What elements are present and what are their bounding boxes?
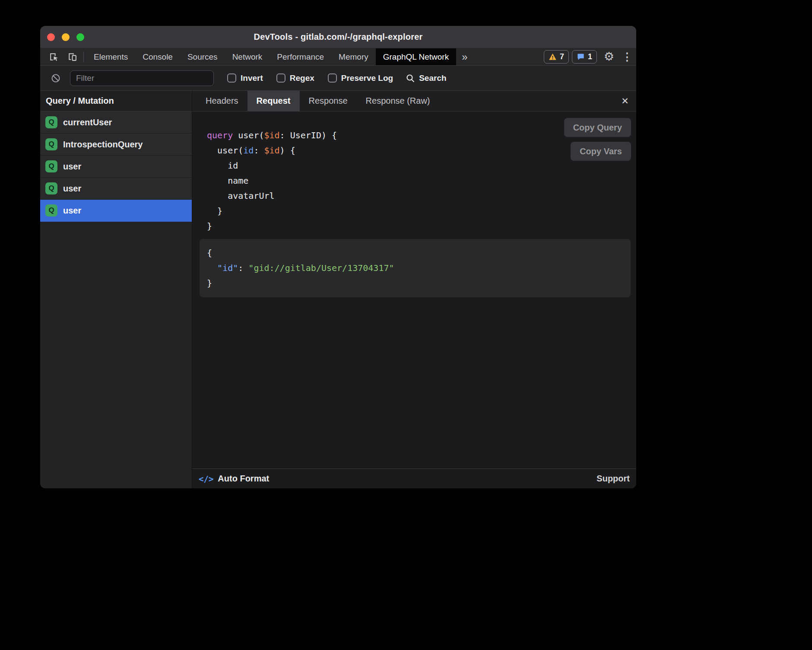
inspect-element-icon[interactable] xyxy=(44,48,63,65)
window-title: DevTools - gitlab.com/-/graphql-explorer xyxy=(254,32,422,42)
titlebar: DevTools - gitlab.com/-/graphql-explorer xyxy=(40,26,636,48)
toolbar-divider xyxy=(83,51,84,62)
query-list-item-label: user xyxy=(63,206,81,216)
tab-console[interactable]: Console xyxy=(135,48,180,65)
query-list-item-user-3-selected[interactable]: Q user xyxy=(40,200,192,222)
desktop-background: DevTools - gitlab.com/-/graphql-explorer… xyxy=(0,0,812,650)
detail-tabbar-spacer xyxy=(439,91,614,111)
invert-checkbox-box[interactable] xyxy=(227,73,236,83)
tab-sources[interactable]: Sources xyxy=(180,48,225,65)
query-list-header: Query / Mutation xyxy=(40,91,192,112)
query-type-badge: Q xyxy=(45,160,57,172)
query-type-badge: Q xyxy=(45,182,57,194)
query-list-item-label: currentUser xyxy=(63,118,112,127)
tab-network[interactable]: Network xyxy=(225,48,270,65)
tab-response-raw[interactable]: Response (Raw) xyxy=(357,91,439,111)
code-icon: </> xyxy=(199,474,213,484)
query-list-item-label: IntrospectionQuery xyxy=(63,140,143,150)
copy-query-button[interactable]: Copy Query xyxy=(564,118,631,137)
warnings-count: 7 xyxy=(560,52,564,61)
more-tabs-icon[interactable]: » xyxy=(456,48,473,65)
message-bubble-icon xyxy=(577,53,585,61)
close-window-button[interactable] xyxy=(47,33,55,41)
invert-checkbox[interactable]: Invert xyxy=(227,73,263,83)
devtools-tabbar: Elements Console Sources Network Perform… xyxy=(40,48,636,66)
detail-tabbar: Headers Request Response Response (Raw) … xyxy=(192,91,636,112)
search-label: Search xyxy=(419,73,446,83)
auto-format-button[interactable]: </> Auto Format xyxy=(199,474,269,484)
settings-gear-icon[interactable]: ⚙ xyxy=(600,48,618,65)
tabbar-spacer xyxy=(473,48,544,65)
clear-icon[interactable] xyxy=(47,73,65,83)
query-type-badge: Q xyxy=(45,204,57,217)
graphql-variables-box: { "id": "gid://gitlab/User/13704317"} xyxy=(200,239,631,297)
kebab-menu-icon[interactable]: ⋮ xyxy=(618,48,636,65)
tab-performance[interactable]: Performance xyxy=(270,48,331,65)
zoom-window-button[interactable] xyxy=(76,33,84,41)
warning-icon xyxy=(549,53,557,61)
query-list-item-user-2[interactable]: Q user xyxy=(40,178,192,200)
preserve-log-checkbox[interactable]: Preserve Log xyxy=(328,73,393,83)
request-detail-panel: Headers Request Response Response (Raw) … xyxy=(192,91,636,488)
regex-checkbox-label: Regex xyxy=(290,73,314,83)
preserve-log-checkbox-label: Preserve Log xyxy=(341,73,393,83)
copy-vars-button[interactable]: Copy Vars xyxy=(571,142,631,161)
device-toolbar-icon[interactable] xyxy=(63,48,81,65)
regex-checkbox[interactable]: Regex xyxy=(276,73,314,83)
close-panel-icon[interactable]: ✕ xyxy=(614,91,636,111)
tab-headers[interactable]: Headers xyxy=(197,91,247,111)
query-list-panel: Query / Mutation Q currentUser Q Introsp… xyxy=(40,91,192,488)
query-list-item-label: user xyxy=(63,184,81,194)
gear-glyph: ⚙ xyxy=(604,51,614,63)
query-list-item-label: user xyxy=(63,162,81,172)
request-body: Copy Query Copy Vars query user($id: Use… xyxy=(192,112,636,468)
kebab-glyph: ⋮ xyxy=(622,51,633,62)
tab-graphql-network[interactable]: GraphQL Network xyxy=(376,48,456,65)
regex-checkbox-box[interactable] xyxy=(276,73,285,83)
support-link[interactable]: Support xyxy=(596,474,630,484)
tab-elements[interactable]: Elements xyxy=(86,48,135,65)
traffic-lights xyxy=(47,26,84,48)
minimize-window-button[interactable] xyxy=(62,33,70,41)
filter-input[interactable] xyxy=(70,70,214,86)
issues-count: 1 xyxy=(588,52,592,61)
main-split: Query / Mutation Q currentUser Q Introsp… xyxy=(40,91,636,488)
tab-request[interactable]: Request xyxy=(247,91,300,111)
tab-memory[interactable]: Memory xyxy=(331,48,376,65)
filter-toolbar: Invert Regex Preserve Log Search xyxy=(40,66,636,91)
query-type-badge: Q xyxy=(45,116,57,128)
devtools-window: DevTools - gitlab.com/-/graphql-explorer… xyxy=(40,26,636,488)
issues-badge[interactable]: 1 xyxy=(572,50,597,64)
tab-response[interactable]: Response xyxy=(300,91,357,111)
preserve-log-checkbox-box[interactable] xyxy=(328,73,337,83)
query-list-item-currentuser[interactable]: Q currentUser xyxy=(40,112,192,134)
query-list-item-introspectionquery[interactable]: Q IntrospectionQuery xyxy=(40,134,192,156)
auto-format-label: Auto Format xyxy=(218,474,269,484)
detail-footer: </> Auto Format Support xyxy=(192,468,636,488)
invert-checkbox-label: Invert xyxy=(241,73,263,83)
query-type-badge: Q xyxy=(45,138,57,150)
search-icon xyxy=(405,73,416,83)
copy-buttons: Copy Query Copy Vars xyxy=(564,118,631,161)
warnings-badge[interactable]: 7 xyxy=(544,50,569,64)
query-list-item-user-1[interactable]: Q user xyxy=(40,156,192,178)
search-control[interactable]: Search xyxy=(405,73,446,83)
